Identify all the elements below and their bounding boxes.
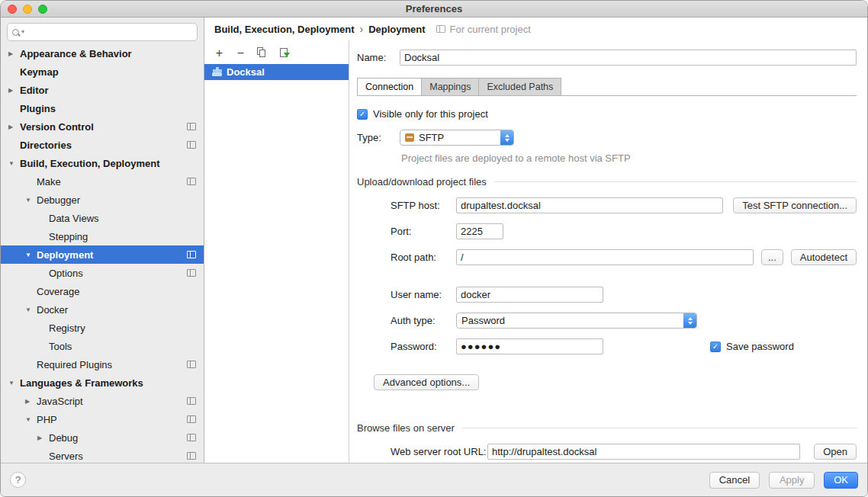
port-input[interactable] — [456, 223, 503, 239]
breadcrumb-build-execution-deployment[interactable]: Build, Execution, Deployment — [214, 24, 354, 35]
plus-icon: + — [216, 48, 223, 58]
chevron-down-icon: ▼ — [25, 306, 31, 313]
sidebar-item-javascript[interactable]: ▶JavaScript — [1, 392, 204, 410]
help-button[interactable]: ? — [10, 472, 26, 488]
server-list-toolbar: + − — [204, 43, 349, 62]
sidebar-item-deployment[interactable]: ▼Deployment — [1, 245, 204, 264]
add-server-button[interactable]: + — [214, 47, 225, 59]
tab-excluded-paths[interactable]: Excluded Paths — [478, 78, 561, 95]
upload-fields: SFTP host: Test SFTP connection... Port:… — [391, 188, 857, 354]
cancel-button[interactable]: Cancel — [709, 472, 760, 489]
zoom-button[interactable] — [38, 5, 47, 14]
breadcrumb-deployment[interactable]: Deployment — [368, 24, 425, 35]
sftp-host-label: SFTP host: — [391, 200, 456, 211]
upload-section-title: Upload/download project files — [357, 176, 487, 188]
name-input[interactable] — [400, 50, 857, 66]
check-icon: ✓ — [359, 111, 365, 118]
remove-server-button[interactable]: − — [235, 47, 246, 59]
browse-fields: Web server root URL: Open — [391, 434, 857, 460]
settings-search-box[interactable]: ▾ — [7, 23, 198, 41]
sidebar-item-directories[interactable]: Directories — [1, 136, 204, 154]
server-list-item-docksal[interactable]: Docksal — [204, 64, 349, 80]
breadcrumb: Build, Execution, Deployment › Deploymen… — [204, 18, 867, 40]
server-list: Docksal — [204, 62, 349, 80]
auth-type-row: Auth type: Password — [391, 313, 857, 329]
test-sftp-connection-button[interactable]: Test SFTP connection... — [733, 197, 857, 213]
settings-tree: ▶Appearance & Behavior Keymap ▶Editor Pl… — [1, 44, 204, 463]
settings-sidebar: ▾ ▶Appearance & Behavior Keymap ▶Editor … — [1, 18, 204, 463]
current-project-icon — [436, 25, 445, 33]
sidebar-item-keymap[interactable]: Keymap — [1, 63, 204, 81]
project-settings-indicator-icon — [187, 123, 196, 130]
autodetect-button[interactable]: Autodetect — [791, 249, 857, 265]
sidebar-item-registry[interactable]: Registry — [1, 319, 204, 337]
browse-root-path-button[interactable]: ... — [761, 249, 783, 265]
sftp-host-row: SFTP host: Test SFTP connection... — [391, 197, 857, 213]
chevron-down-icon: ▼ — [25, 252, 31, 258]
project-settings-indicator-icon — [187, 251, 196, 258]
import-server-button[interactable] — [278, 47, 289, 59]
sidebar-item-coverage[interactable]: Coverage — [1, 282, 204, 300]
sidebar-item-options[interactable]: Options — [1, 264, 204, 282]
deployment-form: Name: Connection Mappings Excluded Paths… — [349, 40, 867, 463]
tab-mappings[interactable]: Mappings — [421, 78, 479, 95]
sidebar-item-data-views[interactable]: Data Views — [1, 209, 204, 227]
type-row: Type: SFTP — [357, 130, 857, 146]
visible-only-checkbox[interactable]: ✓ — [357, 109, 368, 120]
sidebar-item-appearance-behavior[interactable]: ▶Appearance & Behavior — [1, 44, 204, 63]
tab-connection[interactable]: Connection — [357, 78, 422, 95]
ok-button[interactable]: OK — [824, 472, 858, 489]
sidebar-item-plugins[interactable]: Plugins — [1, 99, 204, 117]
sidebar-item-tools[interactable]: Tools — [1, 337, 204, 355]
name-label: Name: — [357, 52, 400, 63]
visible-only-label: Visible only for this project — [373, 108, 488, 120]
sidebar-item-version-control[interactable]: ▶Version Control — [1, 117, 204, 136]
sidebar-item-docker[interactable]: ▼Docker — [1, 300, 204, 319]
chevron-right-icon: ▶ — [8, 87, 13, 94]
project-settings-indicator-icon — [187, 361, 196, 368]
password-label: Password: — [391, 341, 456, 352]
port-label: Port: — [391, 226, 456, 237]
root-path-input[interactable] — [456, 249, 754, 265]
project-settings-indicator-icon — [187, 178, 196, 185]
auth-type-value: Password — [461, 315, 683, 326]
settings-content: Build, Execution, Deployment › Deploymen… — [204, 18, 867, 463]
settings-search-input[interactable] — [27, 27, 192, 37]
sidebar-item-build-execution-deployment[interactable]: ▼Build, Execution, Deployment — [1, 154, 204, 172]
sidebar-item-php[interactable]: ▼PHP — [1, 410, 204, 428]
copy-server-button[interactable] — [256, 47, 268, 59]
sidebar-item-required-plugins[interactable]: Required Plugins — [1, 355, 204, 374]
sidebar-item-languages-frameworks[interactable]: ▼Languages & Frameworks — [1, 374, 204, 392]
sftp-host-input[interactable] — [456, 197, 723, 213]
web-root-url-input[interactable] — [487, 444, 800, 460]
window-title: Preferences — [1, 1, 867, 17]
port-row: Port: — [391, 223, 857, 239]
sidebar-item-stepping[interactable]: Stepping — [1, 227, 204, 245]
sidebar-item-debug[interactable]: ▶Debug — [1, 428, 204, 447]
type-select[interactable]: SFTP — [400, 130, 514, 146]
project-settings-indicator-icon — [187, 415, 196, 423]
sidebar-item-debugger[interactable]: ▼Debugger — [1, 191, 204, 209]
search-icon — [12, 29, 19, 36]
open-button[interactable]: Open — [814, 444, 857, 460]
type-value: SFTP — [419, 132, 500, 143]
preferences-window: Preferences ▾ ▶Appearance & Behavior Key… — [0, 0, 868, 497]
advanced-options-button[interactable]: Advanced options... — [374, 374, 479, 390]
project-settings-indicator-icon — [187, 141, 196, 149]
minimize-button[interactable] — [23, 5, 32, 14]
sidebar-item-servers[interactable]: Servers — [1, 447, 204, 463]
apply-button[interactable]: Apply — [769, 472, 815, 489]
save-password-label: Save password — [726, 341, 794, 352]
visible-only-row: ✓ Visible only for this project — [357, 108, 857, 120]
user-name-input[interactable] — [456, 287, 603, 303]
chevron-right-icon: ▶ — [8, 123, 13, 130]
chevron-right-icon: ▶ — [8, 50, 13, 57]
sidebar-item-make[interactable]: Make — [1, 172, 204, 191]
auth-type-label: Auth type: — [391, 315, 456, 326]
password-input[interactable] — [456, 338, 603, 354]
sidebar-item-editor[interactable]: ▶Editor — [1, 81, 204, 99]
save-password-checkbox[interactable]: ✓ — [710, 341, 721, 352]
auth-type-select[interactable]: Password — [456, 313, 697, 329]
close-button[interactable] — [8, 5, 17, 14]
project-settings-indicator-icon — [187, 452, 196, 460]
